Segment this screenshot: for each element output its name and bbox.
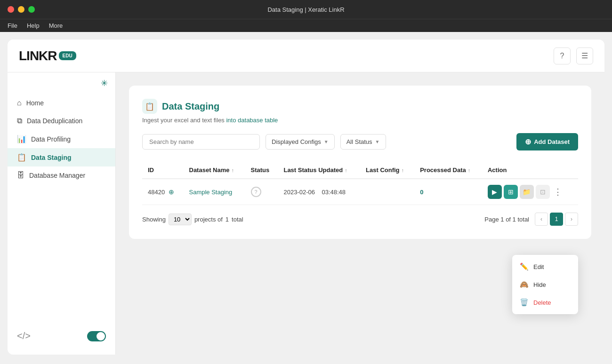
table-footer: Showing 10 25 50 projects of 1 total Pag bbox=[142, 213, 578, 226]
total-label: total bbox=[232, 216, 243, 223]
sidebar-item-dbmanager-label: Database Manager bbox=[29, 172, 85, 179]
cell-status: ? bbox=[245, 179, 278, 205]
displayed-configs-select[interactable]: Displayed Configs ▼ bbox=[266, 134, 335, 150]
chevron-down-icon-2: ▼ bbox=[375, 139, 380, 144]
main-panel: 📋 Data Staging Ingest your excel and tex… bbox=[129, 86, 591, 239]
table-head: ID Dataset Name ↑ Status bbox=[142, 162, 578, 179]
projects-of-label: projects of bbox=[194, 216, 223, 223]
app-container: LINKR EDU ? ☰ ✳ bbox=[8, 40, 604, 355]
last-status-time: 03:48:48 bbox=[322, 189, 346, 196]
cell-processed: 0 bbox=[414, 179, 482, 205]
copy-id-icon[interactable]: ⊕ bbox=[169, 188, 174, 196]
all-status-select[interactable]: All Status ▼ bbox=[340, 134, 386, 150]
per-page-select[interactable]: 10 25 50 bbox=[169, 214, 192, 225]
showing-label: Showing bbox=[142, 216, 166, 223]
sidebar-top: ✳ bbox=[8, 78, 115, 94]
sidebar-bottom: </> bbox=[8, 323, 115, 349]
app-shell: LINKR EDU ? ☰ ✳ bbox=[0, 32, 612, 364]
collapse-sidebar-button[interactable]: ✳ bbox=[101, 78, 108, 88]
search-input[interactable] bbox=[142, 134, 260, 150]
context-menu-delete[interactable]: 🗑️ Delete bbox=[512, 293, 578, 311]
sidebar-item-home[interactable]: ⌂ Home bbox=[8, 94, 115, 112]
header-icons: ? ☰ bbox=[554, 47, 593, 64]
close-button[interactable] bbox=[8, 6, 14, 13]
staging-icon: 📋 bbox=[17, 153, 26, 162]
table-row: 48420 ⊕ Sample Staging ? 2 bbox=[142, 179, 578, 205]
menu-more[interactable]: More bbox=[49, 22, 63, 29]
edit-icon: ✏️ bbox=[520, 262, 529, 271]
data-table: ID Dataset Name ↑ Status bbox=[142, 162, 578, 205]
plus-icon: ⊕ bbox=[525, 137, 531, 146]
page-subtitle: Ingest your excel and text files into da… bbox=[142, 117, 578, 124]
cell-last-status: 2023-02-06 03:48:48 bbox=[278, 179, 360, 205]
sidebar-item-database-manager[interactable]: 🗄 Database Manager bbox=[8, 166, 115, 184]
add-dataset-button[interactable]: ⊕ Add Dataset bbox=[516, 133, 578, 150]
panel-header: 📋 Data Staging bbox=[142, 99, 578, 114]
dataset-name-link[interactable]: Sample Staging bbox=[189, 189, 233, 196]
sort-last-status-icon[interactable]: ↑ bbox=[345, 167, 347, 173]
menu-bar: File Help More bbox=[0, 19, 612, 32]
menu-help[interactable]: Help bbox=[27, 22, 40, 29]
window-title: Data Staging | Xeratic LinkR bbox=[267, 6, 344, 13]
toolbar: Displayed Configs ▼ All Status ▼ ⊕ Add D… bbox=[142, 133, 578, 150]
context-delete-label: Delete bbox=[533, 299, 551, 306]
sort-last-config-icon[interactable]: ↑ bbox=[402, 167, 404, 173]
context-menu-hide[interactable]: 🙈 Hide bbox=[512, 276, 578, 293]
page-1-button[interactable]: 1 bbox=[550, 213, 563, 226]
logo-badge: EDU bbox=[59, 51, 76, 60]
sidebar-item-profiling-label: Data Profiling bbox=[31, 135, 71, 143]
logo-badge-text: EDU bbox=[63, 53, 72, 58]
subtitle-link[interactable]: into database table bbox=[226, 117, 278, 124]
next-page-button[interactable]: › bbox=[565, 213, 578, 226]
chevron-down-icon: ▼ bbox=[324, 139, 329, 144]
minimize-button[interactable] bbox=[18, 6, 24, 13]
more-options-button[interactable]: ⋮ bbox=[552, 187, 564, 197]
sort-name-icon[interactable]: ↑ bbox=[232, 167, 234, 173]
prev-page-button[interactable]: ‹ bbox=[535, 213, 548, 226]
last-status-date: 2023-02-06 bbox=[283, 189, 315, 196]
context-menu: ✏️ Edit 🙈 Hide 🗑️ Delete bbox=[512, 255, 578, 314]
dedup-icon: ⧉ bbox=[17, 117, 22, 125]
sidebar-item-home-label: Home bbox=[26, 99, 44, 107]
panel-title-icon: 📋 bbox=[142, 99, 157, 114]
all-status-label: All Status bbox=[346, 138, 372, 145]
add-dataset-label: Add Dataset bbox=[534, 138, 570, 145]
folder-button[interactable]: 📁 bbox=[520, 185, 534, 199]
staging-title-icon: 📋 bbox=[145, 102, 154, 111]
sidebar: ✳ ⌂ Home ⧉ Data Deduplication 📊 Data Pro… bbox=[8, 72, 116, 355]
download-button[interactable]: ⊡ bbox=[536, 185, 550, 199]
page-info: Page 1 of 1 total bbox=[484, 216, 529, 223]
pagination: Page 1 of 1 total ‹ 1 › bbox=[484, 213, 578, 226]
sidebar-item-data-profiling[interactable]: 📊 Data Profiling bbox=[8, 130, 115, 148]
run-button[interactable]: ▶ bbox=[488, 185, 502, 199]
cell-action: ▶ ⊞ 📁 ⊡ ⋮ bbox=[482, 179, 578, 205]
config-button[interactable]: ⊞ bbox=[504, 185, 518, 199]
sort-processed-icon[interactable]: ↑ bbox=[468, 167, 471, 173]
help-icon-button[interactable]: ? bbox=[554, 47, 571, 64]
profiling-icon: 📊 bbox=[17, 135, 26, 143]
col-name: Dataset Name ↑ bbox=[184, 162, 245, 179]
menu-file[interactable]: File bbox=[8, 22, 17, 29]
col-status: Status bbox=[245, 162, 278, 179]
theme-toggle[interactable] bbox=[87, 331, 106, 341]
sidebar-item-dedup-label: Data Deduplication bbox=[27, 117, 82, 125]
context-edit-label: Edit bbox=[533, 263, 544, 270]
context-hide-label: Hide bbox=[533, 281, 546, 288]
logo-area: LINKR EDU bbox=[19, 48, 76, 63]
cell-last-config bbox=[360, 179, 414, 205]
home-icon: ⌂ bbox=[17, 99, 22, 107]
sidebar-item-data-deduplication[interactable]: ⧉ Data Deduplication bbox=[8, 112, 115, 130]
trash-icon: 🗑️ bbox=[520, 298, 529, 307]
maximize-button[interactable] bbox=[28, 6, 35, 13]
help-icon: ? bbox=[560, 52, 564, 60]
docs-icon-button[interactable]: ☰ bbox=[576, 47, 593, 64]
sidebar-item-staging-label: Data Staging bbox=[31, 154, 72, 161]
docs-icon: ☰ bbox=[581, 51, 588, 60]
status-icon: ? bbox=[251, 187, 261, 197]
context-menu-edit[interactable]: ✏️ Edit bbox=[512, 258, 578, 276]
sidebar-item-data-staging[interactable]: 📋 Data Staging bbox=[8, 148, 115, 166]
processed-value: 0 bbox=[420, 189, 423, 196]
main-layout: ✳ ⌂ Home ⧉ Data Deduplication 📊 Data Pro… bbox=[8, 72, 604, 355]
col-last-config: Last Config ↑ bbox=[360, 162, 414, 179]
table-body: 48420 ⊕ Sample Staging ? 2 bbox=[142, 179, 578, 205]
